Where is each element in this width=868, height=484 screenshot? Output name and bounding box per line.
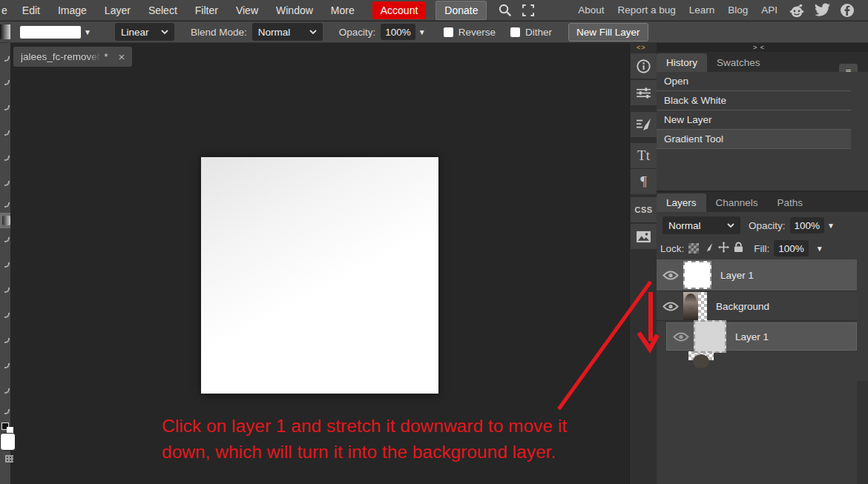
layer-row-layer1-selected[interactable]: Layer 1	[657, 259, 857, 291]
menu-item-file-partial[interactable]: e	[0, 4, 13, 16]
properties-panel-button[interactable]	[631, 80, 657, 105]
heal-tool-icon[interactable]	[4, 181, 10, 186]
opacity-dropdown-arrow-icon[interactable]: ▼	[415, 28, 429, 36]
history-item-gradient-tool[interactable]: Gradient Tool	[657, 130, 851, 149]
visibility-eye-icon[interactable]	[662, 270, 679, 281]
panel-collapse-handle[interactable]: > <	[753, 44, 765, 51]
clone-tool-icon[interactable]	[4, 288, 10, 293]
layer-row-background[interactable]: Background	[657, 292, 857, 321]
layer-fill-arrow-icon[interactable]: ▼	[813, 245, 826, 253]
layer-thumbnail-white[interactable]	[683, 261, 711, 289]
eraser-tool-icon[interactable]	[4, 313, 10, 318]
canvas-document[interactable]	[201, 157, 438, 394]
menu-item-select[interactable]: Select	[142, 4, 183, 16]
visibility-eye-icon[interactable]	[673, 331, 689, 342]
panel-scroll-gutter[interactable]	[857, 381, 868, 484]
tab-channels[interactable]: Channels	[706, 193, 768, 212]
donate-button[interactable]: Donate	[435, 1, 487, 20]
tab-layers[interactable]: Layers	[657, 193, 706, 212]
gradient-tool-preview-partial[interactable]	[0, 24, 10, 39]
layer-fill-input[interactable]: 100%	[774, 240, 809, 256]
reverse-checkbox[interactable]	[444, 27, 453, 37]
lock-all-icon[interactable]	[734, 242, 743, 255]
facebook-icon[interactable]	[835, 3, 859, 18]
history-item-black-white[interactable]: Black & White	[657, 91, 851, 110]
character-panel-button[interactable]: Tt	[631, 143, 657, 168]
layers-panel: Normal Opacity: 100% ▼ Lock:	[657, 212, 868, 484]
image-panel-button[interactable]	[631, 224, 657, 249]
wand-tool-icon[interactable]	[4, 156, 10, 161]
tab-swatches[interactable]: Swatches	[707, 53, 770, 72]
menu-item-layer[interactable]: Layer	[99, 4, 137, 16]
menu-item-filter[interactable]: Filter	[189, 4, 224, 16]
gradient-tool-button-selected[interactable]	[0, 213, 10, 228]
layer-name[interactable]: Background	[716, 301, 769, 312]
history-item-new-layer[interactable]: New Layer	[657, 110, 851, 130]
move-tool-icon[interactable]	[4, 56, 10, 62]
background-color-swatch[interactable]	[0, 433, 16, 451]
new-fill-layer-button[interactable]: New Fill Layer	[568, 23, 648, 42]
lock-paint-icon[interactable]	[703, 242, 714, 255]
gradient-preview-swatch[interactable]	[20, 26, 81, 39]
layer-opacity-arrow-icon[interactable]: ▼	[824, 222, 838, 230]
lock-position-icon[interactable]	[718, 242, 729, 255]
menu-item-view[interactable]: View	[230, 4, 264, 16]
layers-lock-row: Lock: Fill: 100% ▼	[657, 239, 868, 257]
reddit-icon[interactable]	[784, 3, 809, 18]
text-tool-icon[interactable]	[4, 363, 10, 368]
layer-thumbnail-photo[interactable]	[683, 292, 707, 320]
blend-mode-select[interactable]: Normal	[252, 23, 323, 41]
select-tool-icon[interactable]	[4, 80, 10, 85]
pen-tool-icon[interactable]	[4, 338, 10, 343]
close-tab-icon[interactable]: ×	[119, 50, 125, 63]
search-icon[interactable]	[493, 3, 517, 17]
dither-checkbox[interactable]	[510, 27, 520, 37]
menu-item-window[interactable]: Window	[270, 4, 319, 16]
document-tab[interactable]: jalees_fc-removeb * ×	[13, 47, 132, 67]
menu-item-edit[interactable]: Edit	[16, 4, 46, 16]
history-item-open[interactable]: Open	[657, 72, 851, 91]
hand-tool-icon[interactable]	[4, 388, 10, 394]
chevron-down-icon	[161, 30, 168, 34]
menu-item-image[interactable]: Image	[52, 4, 93, 16]
gradient-dropdown-arrow-icon[interactable]: ▼	[81, 28, 94, 36]
layer-thumbnail-gray-dragging[interactable]	[694, 320, 726, 353]
photopea-app: e Edit Image Layer Select Filter View Wi…	[0, 0, 868, 484]
link-api[interactable]: API	[754, 4, 784, 16]
opacity-input[interactable]: 100%	[381, 24, 415, 40]
scissors-tool-icon[interactable]	[4, 409, 10, 414]
layer-name[interactable]: Layer 1	[720, 270, 754, 281]
twitter-icon[interactable]	[809, 3, 835, 17]
annotation-line1: Click on layer 1 and stretch it downward…	[162, 413, 637, 439]
link-blog[interactable]: Blog	[721, 4, 754, 16]
brush-tool-icon[interactable]	[4, 202, 10, 208]
css-panel-button[interactable]: CSS	[631, 197, 657, 222]
opacity-label: Opacity:	[339, 27, 376, 38]
info-panel-button[interactable]	[631, 53, 657, 79]
layer-opacity-input[interactable]: 100%	[790, 217, 825, 233]
link-learn[interactable]: Learn	[683, 4, 722, 16]
info-icon	[636, 59, 651, 74]
strip-collapse-handle[interactable]: <>	[637, 44, 646, 51]
layer-name[interactable]: Layer 1	[735, 331, 769, 342]
account-button[interactable]: Account	[372, 1, 427, 19]
layer-row-layer1-dragging[interactable]: Layer 1	[666, 322, 857, 351]
crop-tool-icon[interactable]	[4, 130, 10, 136]
gradient-type-select[interactable]: Linear	[115, 23, 174, 41]
lock-transparency-icon[interactable]	[688, 243, 699, 253]
layer-blend-mode-select[interactable]: Normal	[662, 216, 740, 234]
visibility-eye-icon[interactable]	[662, 301, 679, 312]
link-about[interactable]: About	[571, 4, 611, 16]
fullscreen-icon[interactable]	[517, 4, 539, 16]
lasso-tool-icon[interactable]	[4, 105, 10, 110]
history-brush-icon	[636, 117, 652, 132]
blur-tool-icon[interactable]	[4, 237, 10, 242]
shortcuts-grid-icon[interactable]	[5, 455, 13, 463]
history-brush-panel-button[interactable]	[631, 112, 657, 137]
link-report-a-bug[interactable]: Report a bug	[611, 4, 683, 16]
dodge-tool-icon[interactable]	[4, 262, 10, 268]
tab-history[interactable]: History	[657, 53, 707, 72]
tab-paths[interactable]: Paths	[768, 193, 813, 212]
menu-item-more[interactable]: More	[325, 4, 361, 16]
paragraph-panel-button[interactable]: ¶	[631, 169, 657, 194]
